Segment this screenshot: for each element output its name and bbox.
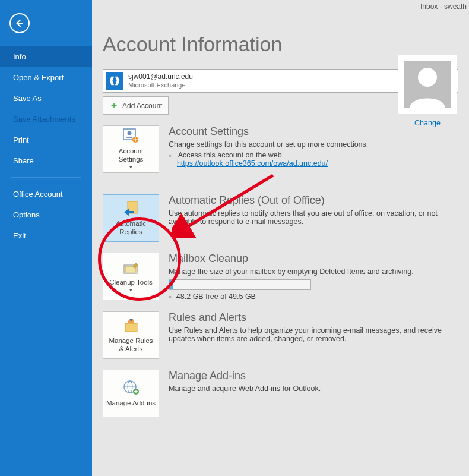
page-title: Account Information [103, 33, 458, 56]
svg-point-2 [127, 131, 131, 135]
account-settings-button[interactable]: Account Settings▾ [103, 125, 159, 173]
cleanup-tools-icon [122, 259, 141, 276]
cleanup-tools-button[interactable]: Cleanup Tools▾ [103, 253, 159, 300]
owa-link[interactable]: https://outlook.office365.com/owa/ad.unc… [177, 159, 328, 168]
sidebar-divider [11, 177, 81, 178]
sidebar-item-print[interactable]: Print [0, 130, 92, 150]
storage-text: 48.2 GB free of 49.5 GB [176, 292, 256, 301]
section-account-settings: Account Settings▾ Account Settings Chang… [103, 125, 458, 173]
account-email: sjw001@ad.unc.edu [128, 72, 193, 81]
manage-addins-btn-label: Manage Add-ins [106, 399, 156, 407]
account-settings-bullet: Access this account on the web. [178, 151, 284, 159]
cleanup-tools-btn-label: Cleanup Tools [109, 278, 153, 286]
automatic-replies-heading: Automatic Replies (Out of Office) [169, 194, 458, 207]
automatic-replies-btn-label: Automatic Replies [106, 219, 156, 237]
account-settings-desc: Change settings for this account or set … [169, 140, 458, 149]
sidebar-item-exit[interactable]: Exit [0, 225, 92, 246]
section-mailbox-cleanup: Cleanup Tools▾ Mailbox Cleanup Manage th… [103, 253, 458, 301]
rules-alerts-desc: Use Rules and Alerts to help organize yo… [169, 326, 458, 343]
exchange-icon [106, 72, 123, 90]
rules-alerts-heading: Rules and Alerts [169, 311, 458, 324]
rules-alerts-icon [122, 317, 141, 334]
sidebar-item-save-attachments: Save Attachments [0, 109, 92, 130]
backstage-sidebar: Info Open & Export Save As Save Attachme… [0, 0, 92, 476]
avatar-block: Change [398, 55, 457, 128]
rules-alerts-btn-label: Manage Rules & Alerts [106, 336, 156, 354]
manage-addins-icon [122, 380, 141, 396]
arrow-left-icon [14, 18, 25, 29]
avatar-placeholder-icon [404, 61, 451, 108]
svg-rect-8 [125, 323, 137, 332]
sidebar-item-office-account[interactable]: Office Account [0, 184, 92, 204]
account-settings-btn-label: Account Settings [106, 147, 156, 164]
section-rules-alerts: Manage Rules & Alerts Rules and Alerts U… [103, 311, 458, 359]
storage-bar-fill [169, 280, 173, 289]
plus-icon: ＋ [109, 99, 119, 112]
automatic-replies-desc: Use automatic replies to notify others t… [169, 209, 458, 226]
change-avatar-link[interactable]: Change [414, 119, 441, 127]
mailbox-cleanup-heading: Mailbox Cleanup [169, 253, 458, 265]
section-manage-addins: Manage Add-ins Manage Add-ins Manage and… [103, 370, 458, 417]
sidebar-item-save-as[interactable]: Save As [0, 88, 92, 109]
manage-addins-desc: Manage and acquire Web Add-ins for Outlo… [169, 384, 458, 393]
add-account-button[interactable]: ＋ Add Account [103, 96, 169, 115]
svg-point-4 [418, 68, 437, 87]
manage-rules-alerts-button[interactable]: Manage Rules & Alerts [103, 311, 159, 359]
main-content: Account Information sjw001@ad.unc.edu Mi… [92, 0, 469, 476]
automatic-replies-icon [122, 200, 141, 217]
sidebar-item-info[interactable]: Info [0, 46, 92, 67]
sidebar-item-options[interactable]: Options [0, 204, 92, 225]
avatar-image[interactable] [398, 55, 457, 114]
svg-point-9 [130, 319, 132, 321]
add-account-label: Add Account [122, 102, 162, 110]
sidebar-item-open-export[interactable]: Open & Export [0, 67, 92, 88]
back-button[interactable] [9, 13, 30, 33]
section-automatic-replies: Automatic Replies Automatic Replies (Out… [103, 194, 458, 242]
account-settings-icon [122, 128, 141, 144]
manage-addins-heading: Manage Add-ins [169, 370, 458, 382]
manage-addins-button[interactable]: Manage Add-ins [103, 370, 159, 417]
account-type: Microsoft Exchange [128, 81, 193, 89]
sidebar-item-share[interactable]: Share [0, 150, 92, 171]
storage-bar [169, 279, 311, 290]
automatic-replies-button[interactable]: Automatic Replies [103, 194, 159, 242]
mailbox-cleanup-desc: Manage the size of your mailbox by empty… [169, 267, 458, 276]
